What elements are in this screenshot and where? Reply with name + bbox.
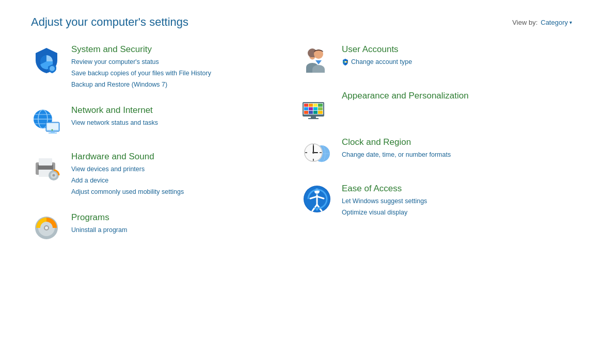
clock-region-title[interactable]: Clock and Region [342, 137, 451, 147]
right-column: User Accounts Change account type [302, 44, 572, 243]
system-security-title[interactable]: System and Security [71, 44, 211, 55]
hardware-sound-text: Hardware and Sound View devices and prin… [71, 152, 184, 197]
hardware-sound-link-2[interactable]: Add a device [71, 175, 184, 186]
system-security-icon [31, 44, 62, 75]
clock-region-text: Clock and Region Change date, time, or n… [342, 137, 451, 160]
appearance-title[interactable]: Appearance and Personalization [342, 91, 469, 101]
chevron-down-icon: ▾ [569, 20, 572, 25]
svg-rect-33 [309, 107, 313, 110]
svg-rect-29 [309, 104, 313, 107]
svg-rect-8 [47, 123, 58, 130]
svg-point-53 [312, 152, 314, 154]
category-system-security[interactable]: System and Security Review your computer… [31, 44, 302, 90]
hardware-sound-link-3[interactable]: Adjust commonly used mobility settings [71, 187, 184, 197]
hardware-sound-title[interactable]: Hardware and Sound [71, 152, 184, 162]
category-appearance[interactable]: Appearance and Personalization [302, 91, 572, 122]
ease-of-access-text: Ease of Access Let Windows suggest setti… [342, 184, 427, 218]
left-column: System and Security Review your computer… [31, 44, 302, 243]
view-by-container: View by: Category ▾ [512, 19, 572, 26]
svg-rect-28 [304, 104, 308, 107]
svg-rect-31 [318, 104, 323, 107]
user-accounts-link-1[interactable]: Change account type [351, 57, 412, 67]
svg-rect-38 [313, 111, 318, 114]
svg-rect-39 [318, 111, 323, 114]
system-security-link-2[interactable]: Save backup copies of your files with Fi… [71, 68, 211, 78]
category-network-internet[interactable]: Network and Internet View network status… [31, 105, 302, 136]
svg-rect-34 [313, 107, 318, 110]
programs-link-1[interactable]: Uninstall a program [71, 225, 127, 235]
system-security-text: System and Security Review your computer… [71, 44, 211, 90]
hardware-sound-icon [31, 152, 62, 183]
ease-of-access-link-2[interactable]: Optimize visual display [342, 207, 427, 218]
svg-rect-30 [313, 104, 318, 107]
clock-region-link-1[interactable]: Change date, time, or number formats [342, 150, 451, 160]
system-security-link-3[interactable]: Backup and Restore (Windows 7) [71, 79, 211, 90]
user-accounts-icon [302, 44, 332, 75]
svg-rect-36 [304, 111, 308, 114]
svg-rect-14 [39, 158, 52, 166]
category-ease-of-access[interactable]: Ease of Access Let Windows suggest setti… [302, 184, 572, 218]
user-accounts-text: User Accounts Change account type [342, 44, 412, 67]
svg-point-11 [52, 129, 53, 131]
appearance-icon [302, 91, 332, 122]
category-hardware-sound[interactable]: Hardware and Sound View devices and prin… [31, 152, 302, 197]
svg-rect-41 [308, 118, 319, 119]
svg-rect-37 [309, 111, 313, 114]
viewby-dropdown[interactable]: Category ▾ [541, 19, 572, 26]
svg-rect-35 [318, 107, 323, 110]
category-programs[interactable]: Programs Uninstall a program [31, 212, 302, 243]
shield-badge-icon [342, 58, 349, 65]
network-internet-title[interactable]: Network and Internet [71, 105, 158, 115]
svg-point-18 [53, 174, 55, 176]
system-security-link-1[interactable]: Review your computer's status [71, 57, 211, 67]
network-internet-icon [31, 105, 62, 136]
page-title: Adjust your computer's settings [31, 15, 188, 29]
category-clock-region[interactable]: Clock and Region Change date, time, or n… [302, 137, 572, 168]
network-internet-link-1[interactable]: View network status and tasks [71, 118, 158, 128]
user-accounts-title[interactable]: User Accounts [342, 44, 412, 55]
ease-of-access-title[interactable]: Ease of Access [342, 184, 427, 194]
category-user-accounts[interactable]: User Accounts Change account type [302, 44, 572, 75]
hardware-sound-link-1[interactable]: View devices and printers [71, 164, 184, 174]
network-internet-text: Network and Internet View network status… [71, 105, 158, 128]
svg-point-22 [45, 226, 48, 229]
ease-of-access-icon [302, 184, 332, 214]
appearance-text: Appearance and Personalization [342, 91, 469, 102]
svg-rect-32 [304, 107, 308, 110]
svg-point-1 [50, 66, 55, 71]
svg-point-25 [345, 61, 346, 63]
programs-text: Programs Uninstall a program [71, 212, 127, 235]
viewby-label: View by: [512, 19, 537, 26]
programs-title[interactable]: Programs [71, 212, 127, 223]
programs-icon [31, 212, 62, 243]
clock-region-icon [302, 137, 332, 168]
ease-of-access-link-1[interactable]: Let Windows suggest settings [342, 196, 427, 206]
svg-rect-10 [49, 133, 57, 134]
